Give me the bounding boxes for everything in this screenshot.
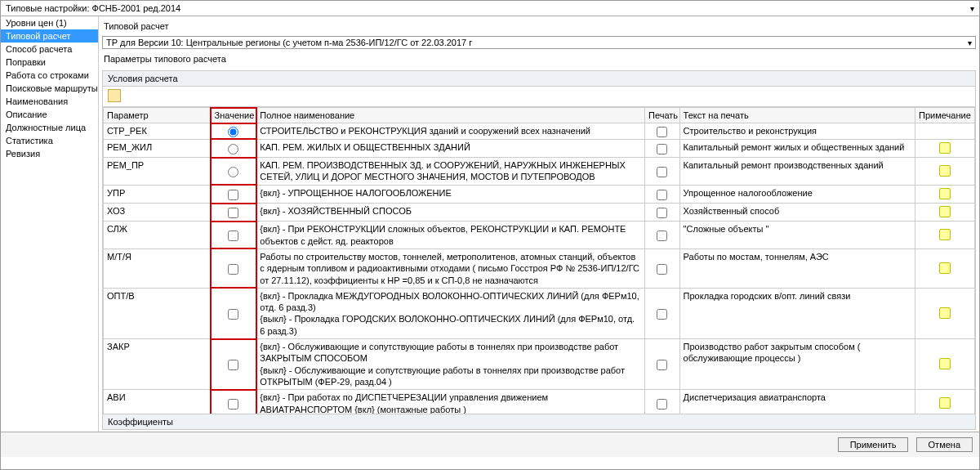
sidebar-item[interactable]: Поправки xyxy=(1,56,98,69)
cell-fullname: {вкл} - Прокладка МЕЖДУГОРОДНЫХ ВОЛОКОНН… xyxy=(256,288,645,338)
print-checkbox[interactable] xyxy=(657,231,667,241)
value-radio[interactable] xyxy=(228,144,238,154)
table-row[interactable]: ХОЗ{вкл} - ХОЗЯЙСТВЕННЫЙ СПОСОБХозяйстве… xyxy=(104,204,975,222)
table-row[interactable]: ОПТ/В{вкл} - Прокладка МЕЖДУГОРОДНЫХ ВОЛ… xyxy=(104,288,975,338)
value-radio[interactable] xyxy=(228,127,238,137)
print-checkbox[interactable] xyxy=(657,144,667,154)
note-icon[interactable] xyxy=(939,229,951,240)
sidebar-item[interactable]: Ревизия xyxy=(1,147,98,160)
cell-fullname: КАП. РЕМ. ПРОИЗВОДСТВЕННЫХ ЗД. и СООРУЖЕ… xyxy=(256,158,645,186)
cell-note xyxy=(915,339,975,390)
sidebar-item[interactable]: Наименования xyxy=(1,95,98,108)
sidebar-item[interactable]: Способ расчета xyxy=(1,43,98,56)
sidebar-item[interactable]: Должностные лица xyxy=(1,121,98,134)
note-icon[interactable] xyxy=(939,165,951,177)
cell-value xyxy=(211,123,256,140)
note-icon[interactable] xyxy=(939,307,951,319)
cell-param: ЗАКР xyxy=(104,339,212,390)
apply-button[interactable]: Применить xyxy=(838,437,909,452)
print-checkbox[interactable] xyxy=(657,190,667,200)
note-icon[interactable] xyxy=(939,142,951,154)
table-row[interactable]: РЕМ_ПРКАП. РЕМ. ПРОИЗВОДСТВЕННЫХ ЗД. и С… xyxy=(104,158,975,186)
cell-print xyxy=(645,158,680,186)
print-checkbox[interactable] xyxy=(657,127,667,137)
table-row[interactable]: РЕМ_ЖИЛКАП. РЕМ. ЖИЛЫХ И ОБЩЕСТВЕННЫХ ЗД… xyxy=(104,139,975,157)
cell-note xyxy=(915,139,975,157)
value-checkbox[interactable] xyxy=(228,208,238,218)
params-label: Параметры типового расчета xyxy=(102,51,976,67)
table-row[interactable]: АВИ{вкл} - При работах по ДИСПЕТЧЕРЕЗАЦИ… xyxy=(104,390,975,414)
cancel-button[interactable]: Отмена xyxy=(916,437,973,452)
value-checkbox[interactable] xyxy=(228,190,238,200)
params-table-wrap: Параметр Значение Полное наименование Пе… xyxy=(102,106,976,414)
value-radio[interactable] xyxy=(228,167,238,177)
window-title: Типовые настройки: ФСНБ-2001 ред.2014 xyxy=(6,3,180,13)
print-checkbox[interactable] xyxy=(657,399,667,410)
value-checkbox[interactable] xyxy=(228,264,238,275)
cell-note xyxy=(915,248,975,288)
col-printtxt[interactable]: Текст на печать xyxy=(679,108,915,123)
table-row[interactable]: ЗАКР{вкл} - Обслуживающие и сопутствующи… xyxy=(104,339,975,390)
edit-icon[interactable] xyxy=(108,89,121,102)
value-checkbox[interactable] xyxy=(228,360,238,370)
print-checkbox[interactable] xyxy=(657,309,667,320)
sidebar-item[interactable]: Уровни цен (1) xyxy=(1,16,98,29)
print-checkbox[interactable] xyxy=(657,167,667,177)
cell-printtxt: "Сложные объекты " xyxy=(679,222,915,249)
cell-printtxt: Производство работ закрытым способом ( о… xyxy=(679,339,915,390)
section-conditions[interactable]: Условия расчета xyxy=(102,70,976,87)
note-icon[interactable] xyxy=(939,206,951,217)
col-name[interactable]: Полное наименование xyxy=(256,108,645,123)
cell-value xyxy=(211,222,256,249)
table-row[interactable]: М/Т/ЯРаботы по строительству мостов, тон… xyxy=(104,248,975,288)
cell-note xyxy=(915,158,975,186)
value-checkbox[interactable] xyxy=(228,231,238,241)
print-checkbox[interactable] xyxy=(657,264,667,275)
cell-fullname: КАП. РЕМ. ЖИЛЫХ И ОБЩЕСТВЕННЫХ ЗДАНИЙ xyxy=(256,139,645,157)
sidebar-item[interactable]: Описание xyxy=(1,108,98,121)
cell-printtxt: Упрощенное налогообложение xyxy=(679,185,915,203)
table-row[interactable]: УПР{вкл} - УПРОЩЕННОЕ НАЛОГООБЛОЖЕНИЕУпр… xyxy=(104,185,975,203)
cell-param: АВИ xyxy=(104,390,212,414)
cell-param: РЕМ_ЖИЛ xyxy=(104,139,212,157)
cell-value xyxy=(211,204,256,222)
section-coefficients[interactable]: Коэффициенты xyxy=(102,414,976,430)
cell-print xyxy=(645,222,680,249)
note-icon[interactable] xyxy=(939,397,951,409)
params-table: Параметр Значение Полное наименование Пе… xyxy=(103,107,975,414)
note-icon[interactable] xyxy=(939,262,951,274)
cell-param: РЕМ_ПР xyxy=(104,158,212,186)
value-checkbox[interactable] xyxy=(228,399,238,410)
note-icon[interactable] xyxy=(939,358,951,369)
cell-print xyxy=(645,139,680,157)
cell-printtxt: Капитальный ремонт жилых и общественных … xyxy=(679,139,915,157)
print-checkbox[interactable] xyxy=(657,208,667,218)
sidebar-item[interactable]: Работа со строками xyxy=(1,69,98,82)
cell-value xyxy=(211,185,256,203)
cell-param: СТР_РЕК xyxy=(104,123,212,140)
col-print[interactable]: Печать xyxy=(645,108,680,123)
table-row[interactable]: СТР_РЕКСТРОИТЕЛЬСТВО и РЕКОНСТРУКЦИЯ зда… xyxy=(104,123,975,140)
content-panel: Типовой расчет ТР для Версии 10: Централ… xyxy=(99,16,979,432)
col-param[interactable]: Параметр xyxy=(104,108,212,123)
cell-fullname: СТРОИТЕЛЬСТВО и РЕКОНСТРУКЦИЯ зданий и с… xyxy=(256,123,645,140)
cell-printtxt: Прокладка городских в/опт. линий связи xyxy=(679,288,915,338)
cell-value xyxy=(211,339,256,390)
note-icon[interactable] xyxy=(939,188,951,199)
cell-note xyxy=(915,288,975,338)
table-row[interactable]: СЛЖ{вкл} - При РЕКОНСТРУКЦИИ сложных объ… xyxy=(104,222,975,249)
col-note[interactable]: Примечание xyxy=(915,108,975,123)
print-checkbox[interactable] xyxy=(657,360,667,370)
cell-print xyxy=(645,339,680,390)
titlebar-dropdown-icon[interactable]: ▾ xyxy=(970,4,974,13)
sidebar-item[interactable]: Статистика xyxy=(1,134,98,147)
cell-printtxt: Капитальный ремонт производственных здан… xyxy=(679,158,915,186)
cell-fullname: {вкл} - При работах по ДИСПЕТЧЕРЕЗАЦИИ у… xyxy=(256,390,645,414)
cell-note xyxy=(915,222,975,249)
cell-print xyxy=(645,123,680,140)
value-checkbox[interactable] xyxy=(228,309,238,320)
col-value[interactable]: Значение xyxy=(211,108,256,123)
sidebar-item[interactable]: Поисковые маршруты xyxy=(1,82,98,95)
calc-template-combo[interactable]: ТР для Версии 10: Центральные регионы (с… xyxy=(102,36,976,49)
sidebar-item[interactable]: Типовой расчет xyxy=(1,29,98,43)
